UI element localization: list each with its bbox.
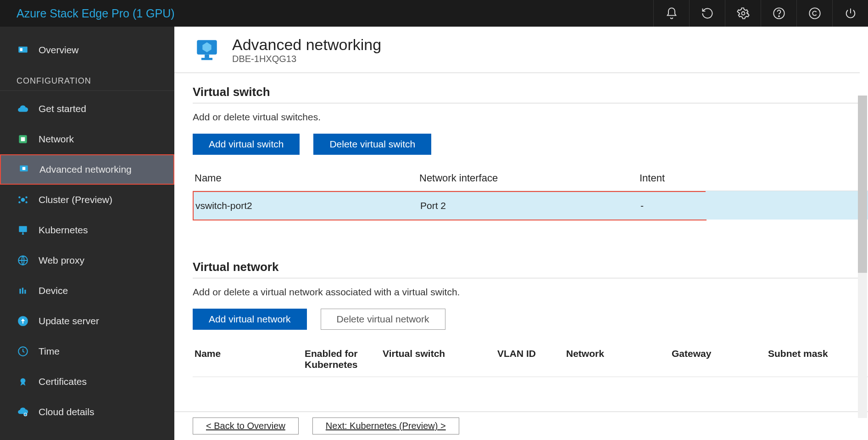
footer-nav: < Back to Overview Next: Kubernetes (Pre… [174,412,868,440]
overview-icon [17,44,29,56]
svg-rect-9 [22,167,26,170]
col-enabled-k8s: Enabled for Kubernetes [305,348,383,370]
sidebar-item-advanced-networking[interactable]: Advanced networking [0,154,174,185]
virtual-switch-row[interactable]: vswitch-port2 Port 2 - [193,191,707,220]
svg-rect-18 [22,288,23,294]
svg-point-13 [18,201,20,203]
col-gateway: Gateway [672,348,768,370]
update-icon [17,315,29,327]
device-icon [17,284,29,297]
cluster-icon [17,193,29,206]
svg-rect-7 [21,137,25,141]
col-network: Network [566,348,672,370]
sidebar-item-label: Device [39,285,68,296]
settings-icon[interactable] [725,0,761,27]
help-icon[interactable] [761,0,796,27]
divider [193,278,859,278]
sidebar-item-label: Certificates [39,376,87,387]
svg-point-3 [809,8,820,18]
col-intent: Intent [640,172,868,184]
notifications-icon[interactable] [653,0,689,27]
main-content: Advanced networking DBE-1HXQG13 Virtual … [174,27,868,440]
scrollbar-thumb[interactable] [858,96,867,273]
sidebar-item-web-proxy[interactable]: Web proxy [0,245,174,276]
col-virtual-switch: Virtual switch [383,348,497,370]
add-virtual-switch-button[interactable]: Add virtual switch [193,134,300,155]
svg-rect-27 [201,58,212,60]
vs-name: vswitch-port2 [195,200,420,211]
virtual-network-title: Virtual network [193,260,868,274]
topbar: Azure Stack Edge Pro (1 GPU) [0,0,868,27]
sidebar-item-network[interactable]: Network [0,124,174,154]
sidebar-item-time[interactable]: Time [0,336,174,367]
refresh-icon[interactable] [689,0,725,27]
vs-nic: Port 2 [420,200,640,211]
sidebar-section-configuration: CONFIGURATION [0,65,174,91]
svg-point-14 [25,201,27,203]
page-header: Advanced networking DBE-1HXQG13 [174,27,860,73]
sidebar-item-label: Kubernetes [39,225,88,236]
clock-icon [17,345,29,358]
sidebar: Overview CONFIGURATION Get started Netwo… [0,27,174,440]
sidebar-item-label: Web proxy [39,255,84,266]
advanced-networking-icon [17,163,30,176]
page-header-icon [193,36,221,64]
main-scroll[interactable]: Virtual switch Add or delete virtual swi… [174,73,868,412]
col-network-interface: Network interface [419,172,640,184]
sidebar-item-label: Update server [39,316,99,327]
sidebar-item-label: Get started [39,103,86,114]
svg-point-22 [21,378,26,383]
sidebar-item-overview[interactable]: Overview [0,35,174,65]
copyright-icon[interactable] [796,0,832,27]
page-title: Advanced networking [232,36,381,54]
sidebar-item-cloud-details[interactable]: Cloud details [0,397,174,427]
sidebar-item-get-started[interactable]: Get started [0,94,174,124]
certificate-icon [17,375,29,388]
vs-intent: - [640,200,706,211]
virtual-switch-desc: Add or delete virtual switches. [193,112,868,123]
svg-point-2 [779,16,779,17]
sidebar-item-label: Overview [39,45,79,56]
col-name: Name [195,348,305,370]
add-virtual-network-button[interactable]: Add virtual network [193,309,307,330]
divider [193,103,859,103]
topbar-actions [653,0,868,27]
back-to-overview-button[interactable]: < Back to Overview [193,417,299,434]
virtual-switch-row-extension [706,191,868,220]
sidebar-item-label: Cloud details [39,406,94,417]
sidebar-item-label: Advanced networking [39,164,132,175]
power-icon[interactable] [832,0,868,27]
sidebar-item-label: Cluster (Preview) [39,194,112,205]
delete-virtual-network-button[interactable]: Delete virtual network [321,309,445,330]
svg-rect-19 [24,290,26,294]
sidebar-item-cluster[interactable]: Cluster (Preview) [0,185,174,215]
cloud-gear-icon [17,406,29,418]
col-vlan-id: VLAN ID [497,348,566,370]
cloud-icon [17,102,29,115]
sidebar-item-certificates[interactable]: Certificates [0,367,174,397]
sidebar-item-kubernetes[interactable]: Kubernetes [0,215,174,245]
next-kubernetes-button[interactable]: Next: Kubernetes (Preview) > [312,417,459,434]
virtual-network-desc: Add or delete a virtual network associat… [193,287,868,298]
delete-virtual-switch-button[interactable]: Delete virtual switch [313,134,431,155]
kubernetes-icon [17,224,29,237]
svg-point-0 [741,12,745,15]
svg-rect-26 [205,55,209,58]
sidebar-item-label: Time [39,346,60,357]
svg-point-23 [24,413,27,416]
svg-rect-5 [20,48,22,51]
app-title: Azure Stack Edge Pro (1 GPU) [0,7,653,20]
network-icon [17,133,29,146]
sidebar-item-update-server[interactable]: Update server [0,306,174,336]
sidebar-item-device[interactable]: Device [0,276,174,306]
svg-point-10 [21,198,25,202]
col-name: Name [195,172,419,184]
virtual-switch-table-header: Name Network interface Intent [193,164,868,191]
virtual-switch-title: Virtual switch [193,85,868,99]
svg-rect-4 [18,46,28,52]
sidebar-item-label: Network [39,134,74,145]
page-subtitle: DBE-1HXQG13 [232,54,381,64]
virtual-network-table-header: Name Enabled for Kubernetes Virtual swit… [193,339,868,377]
scrollbar[interactable] [858,96,867,418]
svg-rect-15 [19,226,27,232]
